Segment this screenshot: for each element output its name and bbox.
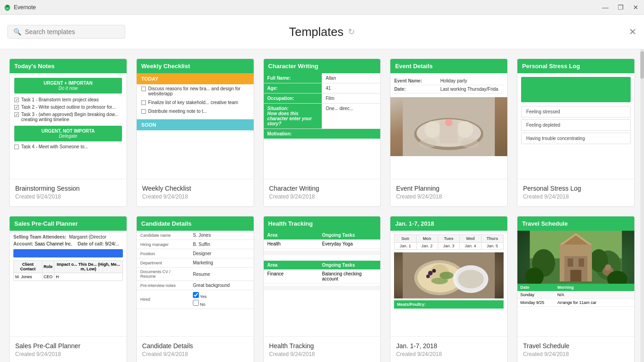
template-card-event-planning[interactable]: Event Details Event Name: Holiday party … [390, 58, 508, 207]
preview-title-todays-notes: Today's Notes [10, 59, 127, 73]
app-title-text: Evernote [14, 4, 36, 11]
svg-rect-33 [568, 258, 573, 267]
card-name-personal-stress-log: Personal Stress Log [523, 185, 629, 192]
template-card-candidate-details[interactable]: Candidate Details Candidate nameS. Jones… [136, 216, 254, 362]
preview-title-weekly-checklist: Weekly Checklist [137, 59, 254, 73]
svg-point-7 [457, 121, 473, 138]
card-date-personal-stress-log: Created 9/24/2018 [523, 193, 629, 200]
card-preview-weekly-planner: Jan. 1-7, 2018 Sun Mon Tues Wed Thurs Ja… [390, 216, 507, 336]
maximize-button[interactable]: ❐ [616, 3, 626, 12]
preview-title-weekly-planner: Jan. 1-7, 2018 [390, 216, 507, 231]
card-date-todays-notes: Created 9/24/2018 [15, 193, 121, 200]
card-preview-sales-pre-call: Sales Pre-Call Planner Selling Team Atte… [10, 216, 127, 336]
card-name-travel-schedule: Travel Schedule [523, 342, 629, 350]
page-title-wrap: Templates ↻ [289, 25, 355, 39]
card-date-weekly-planner: Created 9/24/2018 [396, 351, 502, 357]
template-card-travel-schedule[interactable]: Travel Schedule [517, 216, 635, 362]
title-bar: Evernote — ❐ ✕ [0, 0, 644, 15]
template-card-character-writing[interactable]: Character Writing Full Name: Allan Age: … [263, 58, 381, 207]
card-preview-personal-stress-log: Personal Stress Log Feeling stressed Fee… [517, 59, 634, 179]
card-preview-travel-schedule: Travel Schedule [517, 216, 634, 336]
card-name-character-writing: Character Writing [269, 185, 375, 192]
card-date-weekly-checklist: Created 9/24/2018 [142, 193, 248, 200]
card-info-personal-stress-log: Personal Stress Log Created 9/24/2018 [517, 179, 634, 206]
minimize-button[interactable]: — [600, 3, 610, 12]
event-table-image [390, 97, 507, 156]
preview-title-travel-schedule: Travel Schedule [517, 216, 634, 231]
preview-title-event-planning: Event Details [390, 59, 507, 73]
card-name-todays-notes: Brainstorming Session [15, 185, 121, 192]
template-card-health-tracking[interactable]: Health Tracking AreaOngoing Tasks Health… [263, 216, 381, 362]
card-name-sales-pre-call: Sales Pre-Call Planner [15, 342, 121, 350]
template-card-sales-pre-call[interactable]: Sales Pre-Call Planner Selling Team Atte… [9, 216, 127, 362]
page-title: Templates [289, 25, 344, 39]
scrollbar-track [640, 49, 644, 362]
svg-point-37 [605, 264, 611, 271]
card-name-health-tracking: Health Tracking [269, 342, 375, 350]
food-plate-image [394, 252, 504, 298]
svg-rect-34 [579, 258, 584, 267]
scrollbar-thumb[interactable] [640, 51, 644, 79]
templates-grid: Today's Notes URGENT + IMPORTAN Do it no… [9, 58, 635, 362]
card-info-weekly-planner: Jan. 1-7, 2018 Created 9/24/2018 [390, 336, 507, 362]
svg-point-23 [458, 270, 484, 288]
svg-point-18 [426, 274, 430, 278]
card-info-travel-schedule: Travel Schedule Created 9/24/2018 [517, 336, 634, 362]
card-preview-character-writing: Character Writing Full Name: Allan Age: … [264, 59, 381, 179]
preview-title-character-writing: Character Writing [264, 59, 381, 73]
card-date-character-writing: Created 9/24/2018 [269, 193, 375, 200]
svg-point-6 [424, 121, 441, 138]
svg-rect-35 [570, 270, 581, 281]
app-logo [4, 4, 11, 11]
card-preview-candidate-details: Candidate Details Candidate nameS. Jones… [137, 216, 254, 336]
card-info-character-writing: Character Writing Created 9/24/2018 [264, 179, 381, 206]
card-info-health-tracking: Health Tracking Created 9/24/2018 [264, 336, 381, 362]
template-card-personal-stress-log[interactable]: Personal Stress Log Feeling stressed Fee… [517, 58, 635, 207]
svg-point-11 [460, 139, 479, 148]
card-preview-health-tracking: Health Tracking AreaOngoing Tasks Health… [264, 216, 381, 336]
travel-temple-image [517, 231, 634, 284]
card-date-sales-pre-call: Created 9/24/2018 [15, 351, 121, 357]
main-content[interactable]: Today's Notes URGENT + IMPORTAN Do it no… [0, 49, 644, 362]
card-date-event-planning: Created 9/24/2018 [396, 193, 502, 200]
template-card-todays-notes[interactable]: Today's Notes URGENT + IMPORTAN Do it no… [9, 58, 127, 207]
card-preview-todays-notes: Today's Notes URGENT + IMPORTAN Do it no… [10, 59, 127, 179]
preview-title-sales-pre-call: Sales Pre-Call Planner [10, 216, 127, 231]
preview-title-health-tracking: Health Tracking [264, 216, 381, 231]
card-preview-event-planning: Event Details Event Name: Holiday party … [390, 59, 507, 179]
search-input[interactable] [25, 28, 119, 35]
svg-point-17 [432, 269, 436, 273]
close-window-button[interactable]: ✕ [631, 3, 640, 12]
card-info-weekly-checklist: Weekly Checklist Created 9/24/2018 [137, 179, 254, 206]
header: 🔍 Templates ↻ ✕ [0, 15, 644, 49]
preview-title-personal-stress-log: Personal Stress Log [517, 59, 634, 73]
title-bar-controls: — ❐ ✕ [600, 3, 640, 12]
refresh-icon[interactable]: ↻ [348, 27, 355, 37]
title-bar-left: Evernote [4, 4, 36, 11]
svg-point-9 [445, 119, 453, 126]
svg-rect-2 [6, 8, 8, 9]
card-name-weekly-checklist: Weekly Checklist [142, 185, 248, 192]
search-box[interactable]: 🔍 [7, 25, 125, 39]
card-name-candidate-details: Candidate Details [142, 342, 248, 350]
svg-rect-1 [6, 7, 8, 8]
close-header-button[interactable]: ✕ [629, 26, 637, 37]
card-info-todays-notes: Brainstorming Session Created 9/24/2018 [10, 179, 127, 206]
card-date-travel-schedule: Created 9/24/2018 [523, 351, 629, 357]
card-info-candidate-details: Candidate Details Created 9/24/2018 [137, 336, 254, 362]
svg-point-10 [419, 139, 437, 148]
meats-bar: Meats/Poultry: [394, 300, 504, 309]
svg-point-20 [431, 278, 448, 284]
card-info-event-planning: Event Planning Created 9/24/2018 [390, 179, 507, 206]
card-name-weekly-planner: Jan. 1-7, 2018 [396, 342, 502, 350]
preview-title-candidate-details: Candidate Details [137, 216, 254, 231]
card-info-sales-pre-call: Sales Pre-Call Planner Created 9/24/2018 [10, 336, 127, 362]
card-preview-weekly-checklist: Weekly Checklist TODAY Discuss reasons f… [137, 59, 254, 179]
search-icon: 🔍 [13, 28, 21, 35]
template-card-weekly-planner[interactable]: Jan. 1-7, 2018 Sun Mon Tues Wed Thurs Ja… [390, 216, 508, 362]
card-date-health-tracking: Created 9/24/2018 [269, 351, 375, 357]
card-name-event-planning: Event Planning [396, 185, 502, 192]
template-card-weekly-checklist[interactable]: Weekly Checklist TODAY Discuss reasons f… [136, 58, 254, 207]
card-date-candidate-details: Created 9/24/2018 [142, 351, 248, 357]
